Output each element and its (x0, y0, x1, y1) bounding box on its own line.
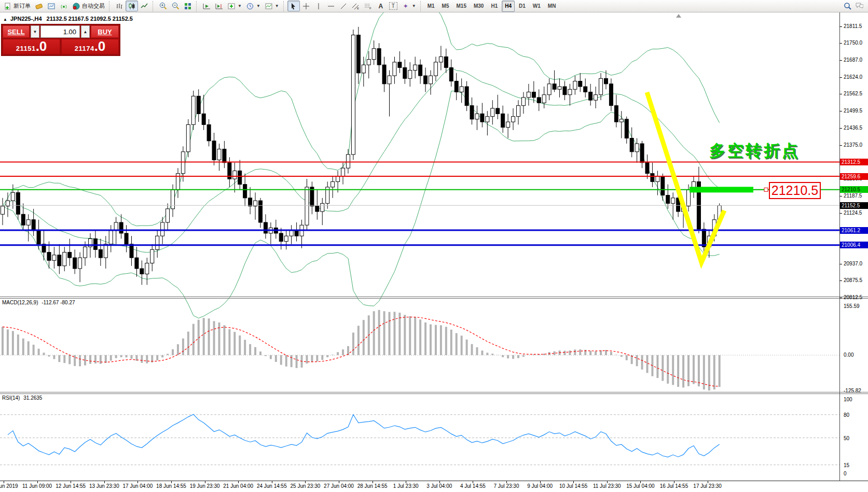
macd-axis-label: -125.82 (844, 388, 861, 393)
timeframe-button-M5[interactable]: M5 (439, 1, 452, 12)
price-tick-label: 21124.5 (844, 210, 862, 216)
auto-scroll-button[interactable] (200, 1, 213, 11)
price-tick-label: 20812.5 (844, 294, 862, 300)
turning-point-annotation[interactable]: 多空转折点 (709, 140, 800, 162)
shapes-tool-button[interactable]: ✦▼ (399, 1, 418, 11)
tile-windows-button[interactable] (182, 1, 194, 11)
time-axis-label: 9 Jul 04:00 (527, 483, 553, 489)
new-order-icon (4, 2, 12, 10)
timeframe-button-M1[interactable]: M1 (424, 1, 438, 12)
symbol-triangle-icon: ▲ (3, 17, 7, 22)
trendline-tool-button[interactable] (337, 1, 350, 11)
time-axis-label: 18 Jun 14:55 (156, 483, 186, 489)
price-tag-21312.5: 21312.5 (840, 159, 868, 165)
template-icon (265, 2, 273, 10)
timeframe-button-M30[interactable]: M30 (471, 1, 487, 12)
signal-button[interactable] (58, 1, 70, 11)
chart-shift-icon (215, 2, 223, 10)
svg-text:E: E (357, 7, 359, 10)
horizontal-lines-layer (0, 162, 839, 245)
charts-window-button[interactable] (45, 1, 58, 11)
period-button[interactable]: ▼ (244, 1, 263, 11)
volume-decrease-button[interactable]: ▼ (31, 25, 39, 38)
chart-shift-button[interactable] (213, 1, 225, 11)
chart-canvas[interactable] (0, 0, 868, 492)
zoom-out-icon (171, 2, 180, 10)
rsi-indicator-label: RSI(14) 31.2635 (2, 395, 42, 401)
macd-values: -112.67 -80.27 (42, 300, 75, 305)
cursor-tool-button[interactable] (287, 1, 300, 11)
chart-ohlc-values: 21132.5 21167.5 21092.5 21152.5 (47, 16, 133, 22)
buy-button[interactable]: BUY (91, 25, 119, 38)
text-tool-button[interactable]: A (375, 1, 387, 11)
price-tick-label: 21375.0 (844, 142, 862, 148)
volume-increase-button[interactable]: ▲ (81, 25, 90, 38)
macd-layer (0, 310, 839, 391)
toolbar-separator (283, 1, 285, 11)
price-tick-label: 20937.0 (844, 261, 862, 266)
price-tick-label: 21187.5 (844, 193, 862, 199)
text-tool-icon: A (377, 2, 385, 10)
zoom-out-button[interactable] (169, 1, 182, 11)
add-indicator-button[interactable]: ▼ (225, 1, 244, 11)
auto-scroll-icon (202, 2, 211, 10)
timeframe-button-W1[interactable]: W1 (530, 1, 544, 12)
timeframe-button-D1[interactable]: D1 (516, 1, 529, 12)
chat-icon[interactable] (855, 2, 863, 10)
auto-trading-button[interactable]: 自动交易 (70, 1, 107, 11)
horizontal-line-tool-button[interactable] (325, 1, 337, 11)
time-axis-label: 16 Jul 14:55 (660, 483, 688, 489)
timeframe-button-M15[interactable]: M15 (453, 1, 470, 12)
toolbar-separator (420, 1, 422, 11)
price-tick-mark (839, 213, 842, 214)
chart-shift-marker[interactable] (676, 14, 681, 18)
bar-chart-button[interactable] (113, 1, 126, 11)
support-bar (690, 187, 753, 192)
pane-separator[interactable] (0, 297, 868, 297)
crosshair-tool-button[interactable] (300, 1, 312, 11)
candlestick-chart-button[interactable] (126, 1, 138, 11)
vertical-line-icon (314, 2, 323, 10)
time-axis-label: 17 Jun 04:00 (122, 483, 153, 489)
new-order-button[interactable]: 新订单 (2, 1, 33, 11)
buy-price-button[interactable]: 21174 .0 (61, 39, 119, 54)
zoom-in-button[interactable] (157, 1, 169, 11)
label-tool-button[interactable]: T (387, 1, 399, 11)
fibonacci-tool-button[interactable]: F (362, 1, 375, 11)
time-axis-label: 11 Jun 09:00 (22, 483, 52, 489)
timeframe-button-H4[interactable]: H4 (502, 1, 515, 12)
time-axis-label: 19 Jun 23:30 (190, 483, 220, 489)
price-tick-mark (839, 60, 842, 61)
candles-layer (1, 27, 722, 285)
price-tick-label: 21811.5 (844, 23, 862, 29)
sell-price-button[interactable]: 21151 .0 (3, 39, 60, 54)
eraser-button[interactable] (33, 1, 45, 11)
price-callout-box[interactable]: 21210.5 (769, 182, 821, 199)
search-icon[interactable] (844, 2, 852, 10)
horizontal-line-icon (327, 2, 335, 10)
chart-title: ▲ JPN225-,H4 21132.5 21167.5 21092.5 211… (3, 16, 133, 22)
template-button[interactable]: ▼ (263, 1, 281, 11)
buy-price-main: 21174 (75, 45, 94, 52)
pane-separator[interactable] (0, 298, 868, 299)
rsi-layer (0, 414, 839, 465)
price-tick-label: 21436.5 (844, 125, 862, 131)
line-chart-button[interactable] (138, 1, 150, 11)
channel-icon: E (352, 2, 360, 10)
add-indicator-icon (227, 2, 236, 10)
timeframe-button-H1[interactable]: H1 (488, 1, 501, 12)
rsi-axis-label: 50 (844, 435, 849, 441)
timeframe-button-MN[interactable]: MN (545, 1, 559, 12)
volume-input[interactable]: 1.00 (40, 25, 80, 38)
signal-icon (60, 2, 68, 10)
price-tick-label: 21624.0 (844, 74, 862, 80)
bb-lower-line (3, 91, 720, 318)
vertical-line-tool-button[interactable] (312, 1, 325, 11)
pane-separator[interactable] (0, 393, 868, 394)
auto-trading-label: 自动交易 (82, 2, 105, 10)
sell-button[interactable]: SELL (3, 25, 30, 38)
time-axis-label: 7 Jul 23:30 (494, 483, 519, 489)
pane-separator[interactable] (0, 392, 868, 392)
cursor-icon (290, 2, 298, 10)
channel-tool-button[interactable]: E (350, 1, 362, 11)
